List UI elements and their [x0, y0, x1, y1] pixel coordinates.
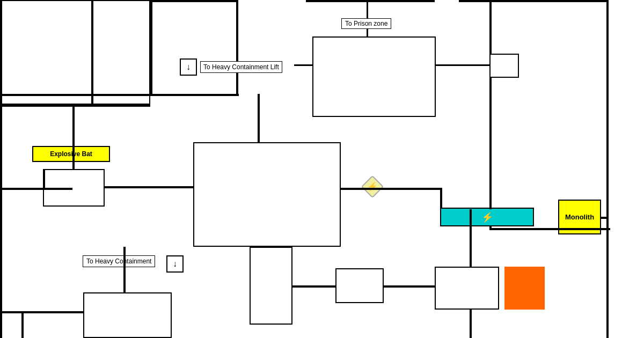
corridor-v-left — [150, 0, 152, 94]
corridor-h-bottom-left — [0, 311, 83, 313]
orange-block-bottom — [504, 267, 545, 310]
corridor-v-right-main — [489, 0, 492, 54]
map-container: ↓ To Heavy Containment Lift To Prison zo… — [0, 0, 644, 338]
corridor-h-bottom-2 — [384, 285, 435, 288]
corridor-h-right-top — [489, 0, 610, 2]
heavy-containment-lift-label: To Heavy Containment Lift — [200, 61, 282, 73]
prison-zone-label: To Prison zone — [341, 18, 391, 29]
border-right-thick — [606, 0, 644, 338]
corridor-v-left-down — [72, 105, 75, 169]
room-top-left-inner — [0, 0, 91, 105]
explosive-bat-text: Explosive Bat — [50, 150, 92, 158]
lightning-diamond-icon: ⚡ — [361, 175, 384, 199]
corridor-h-to-main-room — [294, 64, 313, 66]
cyan-lightning-block: ⚡ — [440, 208, 534, 226]
corridor-v-cyan-up — [440, 188, 442, 208]
corridor-v-far-left-bottom — [21, 311, 24, 338]
corridor-h-top-mid — [150, 0, 236, 2]
corridor-v-center-up — [258, 94, 260, 142]
room-top-right-small — [489, 54, 519, 78]
corridor-h-far-left — [0, 188, 43, 190]
corridor-h-center-cyan — [341, 188, 440, 190]
corridor-h-center-right — [436, 64, 489, 66]
corridor-h-left-bat — [43, 188, 72, 190]
room-bottom-center-left — [250, 247, 292, 325]
border-left — [0, 0, 2, 338]
corridor-v-right-3 — [489, 188, 492, 209]
to-heavy-containment-label: To Heavy Containment — [83, 255, 155, 267]
corridor-h-bat-to-center — [105, 186, 193, 188]
room-bottom-right — [435, 267, 499, 310]
corridor-v-bat-left — [43, 169, 45, 190]
corridor-h-1 — [0, 94, 150, 96]
corridor-h-bottom-1 — [292, 285, 335, 288]
room-top-center — [312, 36, 436, 117]
corridor-h-top-right-lift — [150, 94, 239, 96]
corridor-h-left-195 — [0, 105, 150, 107]
corridor-h-bottom-right — [489, 228, 610, 230]
room-center-main — [193, 142, 341, 247]
svg-text:⚡: ⚡ — [367, 181, 378, 192]
corridor-v-mid-top — [236, 0, 238, 94]
corridor-v-bottom-right-2 — [470, 209, 472, 267]
explosive-bat-label: Explosive Bat — [32, 146, 110, 162]
corridor-top-3 — [306, 0, 435, 2]
corridor-v-bottom-left — [123, 247, 126, 292]
corridor-v-bottom-right — [470, 310, 472, 338]
room-bottom-center-right — [335, 268, 384, 303]
monolith-text: Monolith — [565, 213, 594, 221]
corridor-h-monolith-right — [601, 217, 609, 219]
heavy-containment-arrow[interactable]: ↓ — [166, 255, 184, 273]
room-bottom-left — [83, 292, 172, 338]
cyan-lightning-icon: ⚡ — [481, 211, 493, 223]
lift-arrow-button[interactable]: ↓ — [180, 58, 197, 76]
corridor-left-vert — [91, 0, 93, 105]
